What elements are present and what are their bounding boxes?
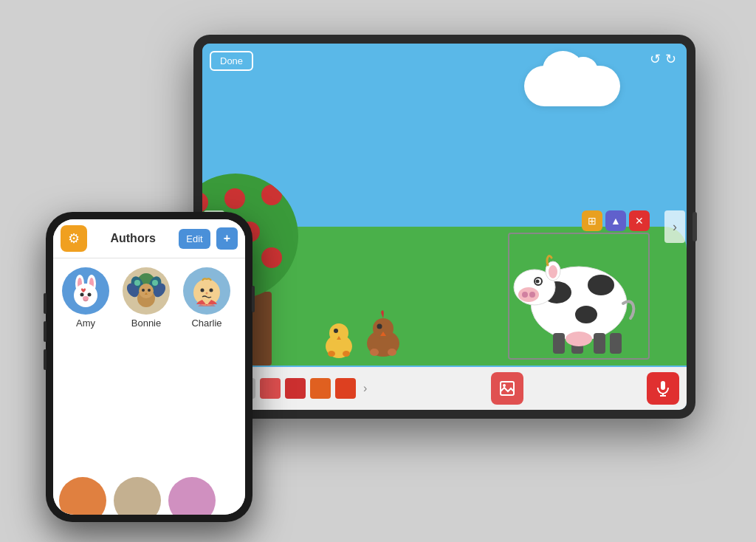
author-name-charlie: Charlie	[191, 318, 221, 329]
image-insert-button[interactable]	[491, 372, 523, 405]
svg-point-28	[566, 332, 592, 346]
chickens-decoration	[320, 309, 405, 360]
cow-svg-image	[512, 237, 645, 355]
redo-icon[interactable]: ↻	[665, 51, 676, 67]
apple-1	[202, 192, 208, 213]
microphone-button[interactable]	[647, 372, 679, 405]
undo-icon[interactable]: ↺	[650, 51, 661, 67]
charlie-icon	[188, 272, 226, 310]
author-item-amy[interactable]: Amy	[59, 267, 112, 465]
done-button[interactable]: Done	[210, 51, 253, 71]
add-author-button[interactable]: +	[216, 227, 238, 250]
svg-point-56	[210, 289, 213, 292]
svg-point-48	[152, 280, 158, 286]
cow-selected[interactable]: ⊞ ▲ ✕	[508, 233, 650, 360]
settings-gear-button[interactable]: ⚙	[61, 225, 87, 252]
authors-title: Authors	[93, 232, 173, 245]
yellow-chick	[320, 315, 357, 360]
main-scene: Done ↺ ↻	[46, 20, 710, 522]
svg-point-9	[377, 324, 382, 329]
color-swatch-red1[interactable]	[260, 378, 281, 399]
svg-rect-31	[661, 381, 665, 390]
svg-point-19	[529, 292, 535, 298]
cow-delete-button[interactable]: ✕	[629, 210, 650, 231]
svg-point-21	[536, 280, 540, 284]
svg-point-5	[343, 351, 350, 357]
tablet-screen: Done ↺ ↻	[202, 44, 687, 410]
cow-duplicate-button[interactable]: ⊞	[582, 210, 602, 231]
nav-right-arrow[interactable]: ›	[664, 210, 685, 243]
svg-rect-27	[610, 333, 622, 354]
svg-point-3	[334, 329, 338, 333]
svg-point-40	[88, 293, 92, 297]
svg-point-17	[518, 287, 539, 302]
svg-point-39	[80, 293, 84, 297]
svg-point-30	[503, 384, 506, 387]
gear-icon: ⚙	[68, 230, 80, 247]
undo-redo-controls: ↺ ↻	[650, 51, 676, 67]
color-swatch-red2[interactable]	[285, 378, 306, 399]
avatar-charlie	[183, 267, 230, 315]
bonnie-peacock-icon	[127, 272, 165, 310]
svg-rect-24	[553, 333, 565, 354]
svg-point-55	[201, 289, 205, 292]
color-swatch-red3[interactable]	[335, 378, 356, 399]
svg-point-52	[148, 289, 151, 292]
cloud-decoration	[524, 66, 620, 106]
phone-volume-up-button[interactable]	[44, 293, 47, 314]
svg-point-38	[74, 284, 97, 307]
edit-button[interactable]: Edit	[179, 229, 210, 249]
svg-point-1	[329, 323, 348, 343]
svg-point-18	[522, 292, 528, 298]
authors-grid: Amy	[53, 258, 245, 474]
svg-point-51	[142, 289, 145, 292]
toolbar-expand-arrow[interactable]: ›	[363, 382, 367, 395]
bottom-avatar-2	[114, 477, 161, 515]
bottom-avatar-1	[59, 477, 106, 515]
phone-volume-down-button[interactable]	[44, 321, 47, 342]
tablet-power-button[interactable]	[693, 212, 697, 241]
author-name-bonnie: Bonnie	[131, 318, 161, 329]
cow-layer-button[interactable]: ▲	[605, 210, 626, 231]
svg-point-23	[549, 265, 557, 278]
brown-hen	[361, 309, 405, 360]
svg-point-50	[139, 284, 154, 298]
phone-device: ⚙ Authors Edit +	[46, 212, 252, 522]
svg-point-15	[575, 306, 597, 323]
avatar-bonnie	[123, 267, 170, 315]
cloud-shape	[524, 66, 620, 106]
svg-point-47	[134, 280, 140, 286]
tablet-toolbar: ›	[202, 367, 687, 410]
apple-2	[224, 188, 245, 209]
mic-icon	[654, 380, 672, 397]
bottom-avatar-3	[168, 477, 216, 515]
svg-point-14	[588, 275, 614, 295]
cow-action-buttons: ⊞ ▲ ✕	[582, 210, 650, 231]
phone-header: ⚙ Authors Edit +	[53, 219, 245, 258]
color-swatch-orange[interactable]	[310, 378, 331, 399]
tablet-device: Done ↺ ↻	[193, 35, 695, 419]
phone-silent-button[interactable]	[44, 349, 47, 370]
author-item-charlie[interactable]: Charlie	[180, 267, 233, 465]
apple-3	[261, 185, 282, 205]
author-name-amy: Amy	[76, 318, 95, 329]
svg-point-11	[388, 349, 396, 356]
author-item-bonnie[interactable]: Bonnie	[120, 267, 173, 465]
image-icon	[498, 380, 516, 397]
svg-point-4	[328, 351, 335, 357]
cow-sprite	[512, 237, 645, 355]
authors-bottom-row	[53, 474, 245, 515]
apple-7	[261, 247, 282, 268]
phone-screen: ⚙ Authors Edit +	[53, 219, 245, 515]
amy-bunny-icon	[66, 272, 105, 310]
avatar-amy	[62, 267, 109, 315]
svg-point-10	[370, 349, 379, 356]
phone-power-button[interactable]	[252, 286, 255, 312]
svg-point-57	[206, 292, 208, 295]
svg-rect-26	[594, 333, 605, 354]
